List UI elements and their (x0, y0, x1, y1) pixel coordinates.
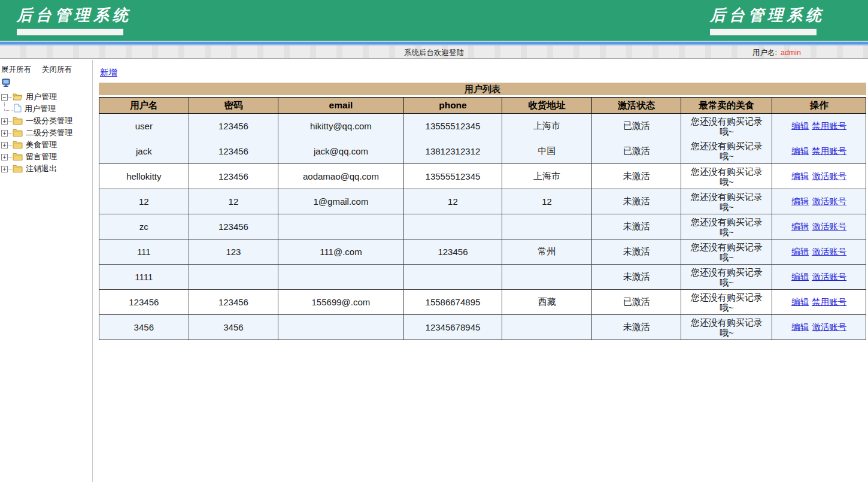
activate-account-link[interactable]: 激活账号 (812, 272, 846, 281)
cell-status: 未激活 (591, 265, 681, 290)
activate-account-link[interactable]: 激活账号 (812, 222, 846, 231)
table-row: 12121@gmail.com1212未激活您还没有购买记录哦~编辑激活账号 (99, 189, 866, 214)
cell-email (278, 214, 403, 240)
expand-all-button[interactable]: 展开所有 (1, 65, 31, 74)
cell-status: 已激活 (591, 114, 681, 139)
brand-left-underline (17, 29, 123, 35)
cell-top-food: 您还没有购买记录哦~ (681, 139, 772, 164)
no-purchase-text: 您还没有购买记录哦~ (687, 217, 767, 237)
expand-node-icon[interactable]: + (1, 130, 8, 137)
table-row: 111123111@.com123456常州未激活您还没有购买记录哦~编辑激活账… (99, 240, 866, 265)
cell-password: 123456 (189, 164, 278, 189)
activate-account-link[interactable]: 激活账号 (812, 247, 846, 256)
cell-status: 未激活 (591, 240, 681, 265)
cell-phone: 123456 (403, 240, 502, 265)
no-purchase-text: 您还没有购买记录哦~ (687, 166, 767, 187)
tree-node-label[interactable]: 美食管理 (26, 140, 57, 150)
edit-link[interactable]: 编辑 (791, 146, 809, 156)
expand-node-icon[interactable]: + (1, 166, 8, 172)
tree-connector (8, 145, 12, 145)
col-actions: 操作 (772, 98, 866, 114)
edit-link[interactable]: 编辑 (791, 171, 809, 181)
edit-link[interactable]: 编辑 (791, 121, 809, 131)
col-username: 用户名 (99, 98, 189, 114)
folder-icon (13, 128, 23, 138)
cell-actions: 编辑禁用账号 (772, 290, 866, 315)
cell-status: 已激活 (591, 139, 681, 164)
expand-node-icon[interactable]: + (1, 154, 8, 160)
tree-node: +一级分类管理 (1, 115, 92, 127)
expand-node-icon[interactable]: + (1, 118, 8, 125)
cell-top-food: 您还没有购买记录哦~ (681, 290, 772, 315)
cell-address: 上海市 (502, 164, 592, 189)
disable-account-link[interactable]: 禁用账号 (812, 297, 846, 307)
cell-username: 3456 (99, 315, 189, 340)
cell-username: 123456 (99, 290, 189, 315)
main-panel: 新增 用户列表 用户名 密码 email phone 收货地址 激活状态 最常卖… (93, 60, 868, 482)
expand-node-icon[interactable]: + (1, 142, 8, 148)
cell-password: 123456 (189, 290, 278, 315)
tree-node-label[interactable]: 用户管理 (26, 92, 57, 102)
no-purchase-text: 您还没有购买记录哦~ (687, 141, 767, 161)
folder-icon (13, 140, 23, 150)
collapse-all-button[interactable]: 关闭所有 (42, 65, 72, 74)
edit-link[interactable]: 编辑 (791, 247, 809, 256)
col-email: email (278, 98, 403, 114)
cell-phone: 12345678945 (403, 315, 502, 340)
add-new-link[interactable]: 新增 (100, 67, 117, 78)
disable-account-link[interactable]: 禁用账号 (812, 146, 846, 156)
cell-actions: 编辑激活账号 (772, 315, 866, 340)
activate-account-link[interactable]: 激活账号 (812, 322, 846, 332)
tree-node-label[interactable]: 一级分类管理 (26, 116, 72, 126)
cell-username: 1111 (99, 265, 189, 290)
tree-child-label[interactable]: 用户管理 (25, 104, 56, 114)
welcome-text: 系统后台欢迎登陆 (0, 48, 868, 58)
content-area: 展开所有关闭所有 −用户管理用户管理+一级分类管理+二级分类管理+美食管理+留言… (0, 60, 868, 482)
cell-status: 已激活 (591, 290, 681, 315)
cell-username: user (99, 114, 189, 139)
edit-link[interactable]: 编辑 (791, 196, 809, 206)
cell-password (189, 265, 278, 290)
cell-email: hikitty@qq.com (278, 114, 403, 139)
cell-actions: 编辑激活账号 (772, 214, 866, 240)
collapse-node-icon[interactable]: − (1, 94, 8, 101)
cell-username: jack (99, 139, 189, 164)
cell-username: hellokitty (99, 164, 189, 189)
activate-account-link[interactable]: 激活账号 (812, 196, 846, 206)
tree-node: +美食管理 (1, 139, 92, 151)
edit-link[interactable]: 编辑 (791, 272, 809, 281)
status-bar: 系统后台欢迎登陆 用户名:admin (0, 46, 868, 59)
tree-node-label[interactable]: 留言管理 (26, 151, 57, 162)
cell-phone: 13555512345 (403, 114, 502, 139)
cell-password: 3456 (189, 315, 278, 340)
activate-account-link[interactable]: 激活账号 (812, 171, 846, 181)
cell-top-food: 您还没有购买记录哦~ (681, 164, 772, 189)
cell-actions: 编辑激活账号 (772, 164, 866, 189)
open-folder-icon (13, 92, 23, 102)
user-info: 用户名:admin (752, 48, 801, 58)
brand-right: 后台管理系统 (710, 5, 825, 35)
edit-link[interactable]: 编辑 (791, 322, 809, 332)
tree-node-label[interactable]: 注销退出 (26, 163, 57, 174)
cell-email (278, 315, 403, 340)
tree-node-label[interactable]: 二级分类管理 (26, 128, 72, 138)
cell-address (502, 214, 592, 240)
cell-password: 12 (189, 189, 278, 214)
edit-link[interactable]: 编辑 (791, 297, 809, 307)
cell-actions: 编辑激活账号 (772, 240, 866, 265)
cell-top-food: 您还没有购买记录哦~ (681, 315, 772, 340)
no-purchase-text: 您还没有购买记录哦~ (687, 242, 767, 262)
table-row: zc123456未激活您还没有购买记录哦~编辑激活账号 (99, 214, 866, 240)
disable-account-link[interactable]: 禁用账号 (812, 121, 846, 131)
cell-phone: 15586674895 (403, 290, 502, 315)
col-status: 激活状态 (591, 98, 681, 114)
cell-password: 123456 (189, 114, 278, 139)
cell-phone: 13555512345 (403, 164, 502, 189)
tree-node: +二级分类管理 (1, 127, 92, 139)
cell-email (278, 265, 403, 290)
table-row: 1111未激活您还没有购买记录哦~编辑激活账号 (99, 265, 866, 290)
cell-actions: 编辑禁用账号 (772, 114, 866, 139)
username-label: 用户名: (752, 48, 777, 57)
cell-status: 未激活 (591, 315, 681, 340)
edit-link[interactable]: 编辑 (791, 222, 809, 231)
